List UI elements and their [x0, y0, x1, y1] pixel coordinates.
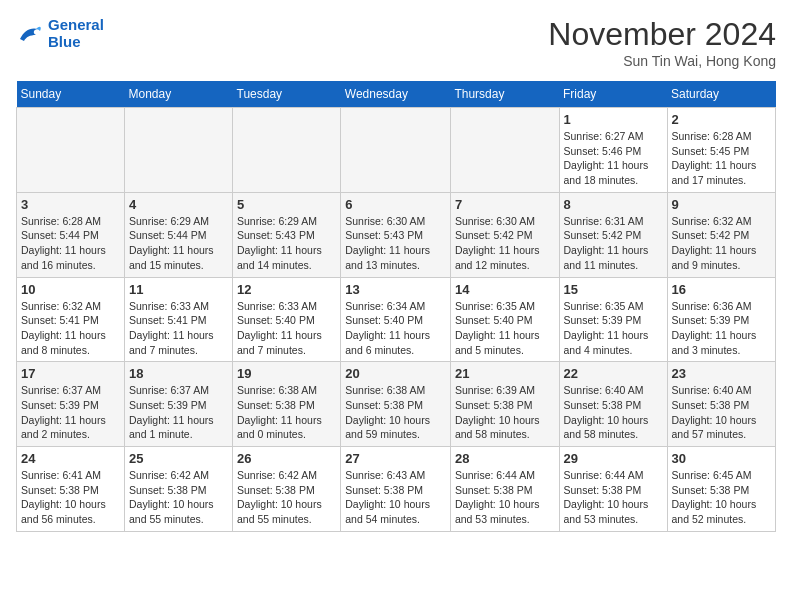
- day-number: 8: [564, 197, 663, 212]
- day-number: 21: [455, 366, 555, 381]
- logo: General Blue: [16, 16, 104, 50]
- day-info: Sunrise: 6:44 AM Sunset: 5:38 PM Dayligh…: [564, 468, 663, 527]
- day-info: Sunrise: 6:41 AM Sunset: 5:38 PM Dayligh…: [21, 468, 120, 527]
- col-header-tuesday: Tuesday: [233, 81, 341, 108]
- week-row-2: 3Sunrise: 6:28 AM Sunset: 5:44 PM Daylig…: [17, 192, 776, 277]
- day-info: Sunrise: 6:38 AM Sunset: 5:38 PM Dayligh…: [237, 383, 336, 442]
- week-row-4: 17Sunrise: 6:37 AM Sunset: 5:39 PM Dayli…: [17, 362, 776, 447]
- calendar-cell: 11Sunrise: 6:33 AM Sunset: 5:41 PM Dayli…: [124, 277, 232, 362]
- calendar-cell: [450, 108, 559, 193]
- day-info: Sunrise: 6:31 AM Sunset: 5:42 PM Dayligh…: [564, 214, 663, 273]
- day-info: Sunrise: 6:32 AM Sunset: 5:42 PM Dayligh…: [672, 214, 772, 273]
- day-info: Sunrise: 6:32 AM Sunset: 5:41 PM Dayligh…: [21, 299, 120, 358]
- day-info: Sunrise: 6:37 AM Sunset: 5:39 PM Dayligh…: [129, 383, 228, 442]
- calendar-cell: 2Sunrise: 6:28 AM Sunset: 5:45 PM Daylig…: [667, 108, 776, 193]
- day-info: Sunrise: 6:33 AM Sunset: 5:40 PM Dayligh…: [237, 299, 336, 358]
- logo-icon: [16, 21, 44, 45]
- calendar-cell: 13Sunrise: 6:34 AM Sunset: 5:40 PM Dayli…: [341, 277, 451, 362]
- calendar-cell: 1Sunrise: 6:27 AM Sunset: 5:46 PM Daylig…: [559, 108, 667, 193]
- day-number: 12: [237, 282, 336, 297]
- day-number: 29: [564, 451, 663, 466]
- day-number: 15: [564, 282, 663, 297]
- calendar-cell: 8Sunrise: 6:31 AM Sunset: 5:42 PM Daylig…: [559, 192, 667, 277]
- calendar-cell: 10Sunrise: 6:32 AM Sunset: 5:41 PM Dayli…: [17, 277, 125, 362]
- col-header-sunday: Sunday: [17, 81, 125, 108]
- day-info: Sunrise: 6:45 AM Sunset: 5:38 PM Dayligh…: [672, 468, 772, 527]
- day-number: 30: [672, 451, 772, 466]
- day-number: 24: [21, 451, 120, 466]
- week-row-3: 10Sunrise: 6:32 AM Sunset: 5:41 PM Dayli…: [17, 277, 776, 362]
- calendar-cell: 18Sunrise: 6:37 AM Sunset: 5:39 PM Dayli…: [124, 362, 232, 447]
- col-header-thursday: Thursday: [450, 81, 559, 108]
- day-number: 27: [345, 451, 446, 466]
- day-info: Sunrise: 6:29 AM Sunset: 5:44 PM Dayligh…: [129, 214, 228, 273]
- calendar-cell: 23Sunrise: 6:40 AM Sunset: 5:38 PM Dayli…: [667, 362, 776, 447]
- day-info: Sunrise: 6:40 AM Sunset: 5:38 PM Dayligh…: [672, 383, 772, 442]
- week-row-5: 24Sunrise: 6:41 AM Sunset: 5:38 PM Dayli…: [17, 447, 776, 532]
- day-info: Sunrise: 6:42 AM Sunset: 5:38 PM Dayligh…: [237, 468, 336, 527]
- day-info: Sunrise: 6:38 AM Sunset: 5:38 PM Dayligh…: [345, 383, 446, 442]
- day-info: Sunrise: 6:36 AM Sunset: 5:39 PM Dayligh…: [672, 299, 772, 358]
- day-info: Sunrise: 6:30 AM Sunset: 5:43 PM Dayligh…: [345, 214, 446, 273]
- day-number: 4: [129, 197, 228, 212]
- day-info: Sunrise: 6:42 AM Sunset: 5:38 PM Dayligh…: [129, 468, 228, 527]
- day-number: 23: [672, 366, 772, 381]
- day-info: Sunrise: 6:39 AM Sunset: 5:38 PM Dayligh…: [455, 383, 555, 442]
- day-number: 13: [345, 282, 446, 297]
- day-number: 26: [237, 451, 336, 466]
- day-info: Sunrise: 6:40 AM Sunset: 5:38 PM Dayligh…: [564, 383, 663, 442]
- day-number: 20: [345, 366, 446, 381]
- calendar-cell: [341, 108, 451, 193]
- week-row-1: 1Sunrise: 6:27 AM Sunset: 5:46 PM Daylig…: [17, 108, 776, 193]
- day-info: Sunrise: 6:29 AM Sunset: 5:43 PM Dayligh…: [237, 214, 336, 273]
- day-number: 10: [21, 282, 120, 297]
- day-info: Sunrise: 6:34 AM Sunset: 5:40 PM Dayligh…: [345, 299, 446, 358]
- month-title: November 2024: [548, 16, 776, 53]
- location: Sun Tin Wai, Hong Kong: [548, 53, 776, 69]
- calendar-cell: 27Sunrise: 6:43 AM Sunset: 5:38 PM Dayli…: [341, 447, 451, 532]
- calendar-cell: 24Sunrise: 6:41 AM Sunset: 5:38 PM Dayli…: [17, 447, 125, 532]
- day-info: Sunrise: 6:37 AM Sunset: 5:39 PM Dayligh…: [21, 383, 120, 442]
- day-info: Sunrise: 6:43 AM Sunset: 5:38 PM Dayligh…: [345, 468, 446, 527]
- day-number: 17: [21, 366, 120, 381]
- calendar-cell: [17, 108, 125, 193]
- day-number: 19: [237, 366, 336, 381]
- day-info: Sunrise: 6:35 AM Sunset: 5:40 PM Dayligh…: [455, 299, 555, 358]
- calendar-cell: [233, 108, 341, 193]
- col-header-saturday: Saturday: [667, 81, 776, 108]
- day-info: Sunrise: 6:33 AM Sunset: 5:41 PM Dayligh…: [129, 299, 228, 358]
- day-number: 7: [455, 197, 555, 212]
- day-info: Sunrise: 6:30 AM Sunset: 5:42 PM Dayligh…: [455, 214, 555, 273]
- day-number: 11: [129, 282, 228, 297]
- day-number: 5: [237, 197, 336, 212]
- col-header-friday: Friday: [559, 81, 667, 108]
- calendar-cell: 6Sunrise: 6:30 AM Sunset: 5:43 PM Daylig…: [341, 192, 451, 277]
- title-block: November 2024 Sun Tin Wai, Hong Kong: [548, 16, 776, 69]
- day-number: 9: [672, 197, 772, 212]
- day-number: 6: [345, 197, 446, 212]
- day-number: 28: [455, 451, 555, 466]
- day-number: 16: [672, 282, 772, 297]
- calendar-cell: 21Sunrise: 6:39 AM Sunset: 5:38 PM Dayli…: [450, 362, 559, 447]
- calendar-cell: 4Sunrise: 6:29 AM Sunset: 5:44 PM Daylig…: [124, 192, 232, 277]
- calendar-cell: 9Sunrise: 6:32 AM Sunset: 5:42 PM Daylig…: [667, 192, 776, 277]
- calendar-cell: 16Sunrise: 6:36 AM Sunset: 5:39 PM Dayli…: [667, 277, 776, 362]
- calendar-cell: 26Sunrise: 6:42 AM Sunset: 5:38 PM Dayli…: [233, 447, 341, 532]
- day-info: Sunrise: 6:28 AM Sunset: 5:45 PM Dayligh…: [672, 129, 772, 188]
- calendar-cell: 20Sunrise: 6:38 AM Sunset: 5:38 PM Dayli…: [341, 362, 451, 447]
- calendar-cell: 12Sunrise: 6:33 AM Sunset: 5:40 PM Dayli…: [233, 277, 341, 362]
- day-number: 25: [129, 451, 228, 466]
- day-info: Sunrise: 6:28 AM Sunset: 5:44 PM Dayligh…: [21, 214, 120, 273]
- day-info: Sunrise: 6:35 AM Sunset: 5:39 PM Dayligh…: [564, 299, 663, 358]
- calendar-cell: 3Sunrise: 6:28 AM Sunset: 5:44 PM Daylig…: [17, 192, 125, 277]
- day-info: Sunrise: 6:44 AM Sunset: 5:38 PM Dayligh…: [455, 468, 555, 527]
- calendar-cell: 28Sunrise: 6:44 AM Sunset: 5:38 PM Dayli…: [450, 447, 559, 532]
- calendar-cell: 17Sunrise: 6:37 AM Sunset: 5:39 PM Dayli…: [17, 362, 125, 447]
- calendar-cell: 30Sunrise: 6:45 AM Sunset: 5:38 PM Dayli…: [667, 447, 776, 532]
- calendar-cell: 14Sunrise: 6:35 AM Sunset: 5:40 PM Dayli…: [450, 277, 559, 362]
- col-header-wednesday: Wednesday: [341, 81, 451, 108]
- calendar-cell: 5Sunrise: 6:29 AM Sunset: 5:43 PM Daylig…: [233, 192, 341, 277]
- day-number: 3: [21, 197, 120, 212]
- day-number: 14: [455, 282, 555, 297]
- day-info: Sunrise: 6:27 AM Sunset: 5:46 PM Dayligh…: [564, 129, 663, 188]
